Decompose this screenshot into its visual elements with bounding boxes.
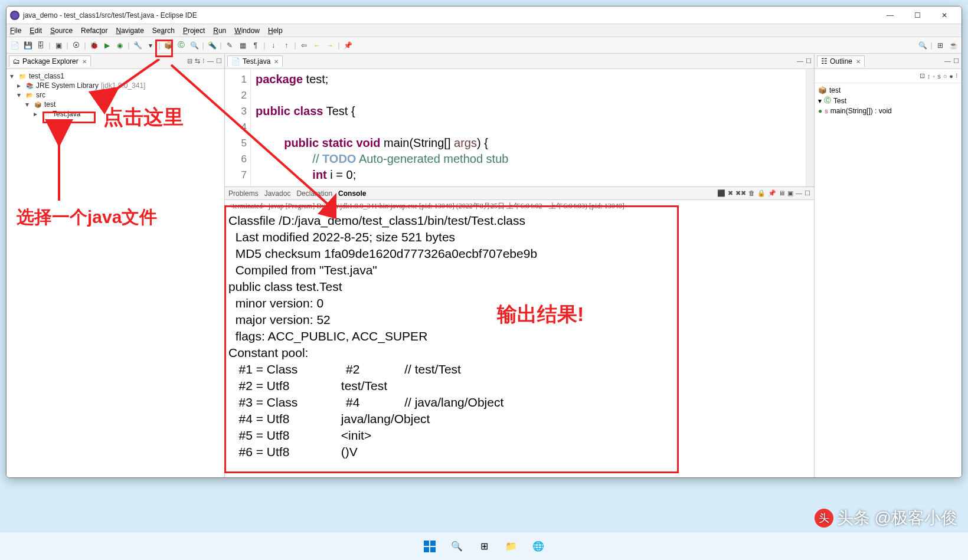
- maximize-view-icon[interactable]: ☐: [953, 57, 959, 65]
- menu-help[interactable]: Help: [268, 27, 283, 35]
- terminal-icon[interactable]: ▣: [53, 40, 64, 51]
- sort-icon[interactable]: ↕: [927, 73, 931, 80]
- outline-tree[interactable]: 📦test ▾ⒸTest ●smain(String[]) : void: [815, 83, 962, 477]
- tab-declaration[interactable]: Declaration: [296, 189, 332, 198]
- hide-static-icon[interactable]: s: [937, 73, 941, 80]
- open-perspective-icon[interactable]: ⊞: [934, 40, 946, 51]
- windows-taskbar[interactable]: 🔍 ⊞ 📁 🌐: [0, 532, 968, 560]
- open-type-icon[interactable]: 🔍: [188, 40, 200, 51]
- menu-navigate[interactable]: Navigate: [116, 27, 143, 35]
- svg-rect-5: [424, 547, 429, 552]
- display-selected-icon[interactable]: 🖥: [779, 189, 785, 197]
- editor-tab-test[interactable]: 📄 Test.java ✕: [227, 55, 283, 67]
- watermark: 头 头条 @极客小俊: [815, 507, 957, 529]
- eclipse-window: java_demo - test_class1/src/test/Test.ja…: [6, 6, 962, 478]
- show-whitespace-icon[interactable]: ¶: [250, 40, 261, 51]
- tab-console[interactable]: Console: [338, 189, 366, 198]
- outline-tab[interactable]: ☷ Outline ✕: [817, 55, 865, 67]
- clear-console-icon[interactable]: 🗑: [748, 189, 755, 197]
- src-folder-icon: 📂: [25, 91, 34, 99]
- overview-ruler[interactable]: [806, 69, 814, 186]
- maximize-view-icon[interactable]: ☐: [216, 57, 222, 65]
- java-perspective-icon[interactable]: ☕: [947, 40, 959, 51]
- close-button[interactable]: ✕: [931, 6, 958, 24]
- skip-breakpoints-icon[interactable]: ⦿: [70, 40, 82, 51]
- svg-rect-4: [430, 541, 436, 546]
- menu-project[interactable]: Project: [183, 27, 205, 35]
- menu-icon[interactable]: ⁝: [956, 72, 958, 80]
- console-view[interactable]: <terminated> javap [Program] D:\Java\jdk…: [225, 200, 814, 477]
- new-icon[interactable]: 📄: [9, 40, 21, 51]
- pin-console-icon[interactable]: 📌: [768, 189, 776, 197]
- package-tree[interactable]: ▾📁test_class1 ▸📚JRE System Library [jdk1…: [6, 69, 224, 477]
- minimize-view-icon[interactable]: —: [797, 57, 803, 65]
- filters-icon[interactable]: ⁝: [202, 57, 205, 65]
- outline-pane: ☷ Outline ✕ — ☐ ⊡ ↕ ◦ s ○ ● ⁝ 📦test: [814, 54, 962, 477]
- close-icon[interactable]: ✕: [856, 58, 861, 65]
- tab-problems[interactable]: Problems: [228, 189, 259, 198]
- scroll-lock-icon[interactable]: 🔒: [757, 189, 766, 197]
- debug-icon[interactable]: 🐞: [88, 40, 100, 51]
- hide-nonpublic-icon[interactable]: ○: [943, 73, 947, 80]
- coverage-icon[interactable]: ◉: [114, 40, 126, 51]
- menu-search[interactable]: Search: [152, 27, 175, 35]
- start-button[interactable]: [418, 535, 441, 558]
- remove-all-icon[interactable]: ✖✖: [735, 189, 746, 197]
- taskbar-explorer-icon[interactable]: 📁: [500, 535, 522, 558]
- console-header: <terminated> javap [Program] D:\Java\jdk…: [228, 201, 810, 211]
- tab-javadoc[interactable]: Javadoc: [264, 189, 291, 198]
- eclipse-icon: [10, 11, 19, 20]
- new-class-icon[interactable]: Ⓒ: [175, 40, 187, 51]
- toggle-block-icon[interactable]: ▦: [237, 40, 248, 51]
- save-icon[interactable]: 💾: [22, 40, 34, 51]
- collapse-all-icon[interactable]: ⊟: [187, 57, 192, 65]
- save-all-icon[interactable]: 🗄: [35, 40, 47, 51]
- remove-launch-icon[interactable]: ✖: [728, 189, 733, 197]
- focus-icon[interactable]: ⊡: [920, 72, 925, 80]
- quick-access-icon[interactable]: 🔍: [917, 40, 928, 51]
- open-console-icon[interactable]: ▣: [787, 189, 793, 197]
- taskbar-taskview-icon[interactable]: ⊞: [473, 535, 495, 558]
- maximize-button[interactable]: ☐: [904, 6, 931, 24]
- menu-window[interactable]: Window: [234, 27, 260, 35]
- menu-source[interactable]: Source: [50, 27, 73, 35]
- pin-icon[interactable]: 📌: [342, 40, 354, 51]
- minimize-view-icon[interactable]: —: [796, 189, 802, 197]
- project-icon: 📁: [18, 72, 27, 80]
- forward-icon[interactable]: →: [324, 40, 336, 51]
- run-icon[interactable]: ▶: [101, 40, 113, 51]
- method-icon: ●: [818, 107, 822, 115]
- back-icon[interactable]: ←: [311, 40, 323, 51]
- line-numbers: 12345678: [225, 69, 251, 186]
- package-explorer-tab[interactable]: 🗂 Package Explorer ✕: [9, 55, 91, 67]
- next-annotation-icon[interactable]: ↓: [267, 40, 279, 51]
- minimize-view-icon[interactable]: —: [944, 57, 951, 65]
- maximize-view-icon[interactable]: ☐: [805, 189, 810, 197]
- prev-annotation-icon[interactable]: ↑: [280, 40, 292, 51]
- terminate-icon[interactable]: ⬛: [717, 189, 725, 197]
- hide-local-icon[interactable]: ●: [949, 73, 953, 80]
- link-editor-icon[interactable]: ⇆: [195, 57, 200, 65]
- console-output: Classfile /D:/java_demo/test_class1/bin/…: [228, 212, 810, 460]
- close-icon[interactable]: ✕: [274, 58, 279, 65]
- search-icon[interactable]: 🔦: [206, 40, 218, 51]
- menu-run[interactable]: Run: [213, 27, 226, 35]
- toggle-mark-icon[interactable]: ✎: [224, 40, 236, 51]
- tree-item-test-java[interactable]: ▸📄Test.java: [10, 109, 221, 119]
- minimize-button[interactable]: —: [877, 6, 904, 24]
- taskbar-edge-icon[interactable]: 🌐: [527, 535, 550, 558]
- minimize-view-icon[interactable]: —: [207, 57, 214, 65]
- taskbar-search-icon[interactable]: 🔍: [446, 535, 468, 558]
- close-icon[interactable]: ✕: [82, 58, 87, 65]
- code-editor[interactable]: 12345678 package test; public class Test…: [225, 69, 814, 187]
- external-tools-icon[interactable]: 🔧: [132, 40, 143, 51]
- menu-file[interactable]: File: [10, 27, 21, 35]
- code-content[interactable]: package test; public class Test { public…: [251, 69, 806, 186]
- menu-edit[interactable]: Edit: [30, 27, 42, 35]
- hide-fields-icon[interactable]: ◦: [933, 73, 935, 80]
- new-package-icon[interactable]: 📦: [162, 40, 174, 51]
- external-tools-dropdown-icon[interactable]: ▾: [145, 40, 156, 51]
- maximize-view-icon[interactable]: ☐: [806, 57, 812, 65]
- menu-refactor[interactable]: Refactor: [81, 27, 107, 35]
- last-edit-icon[interactable]: ⇦: [298, 40, 310, 51]
